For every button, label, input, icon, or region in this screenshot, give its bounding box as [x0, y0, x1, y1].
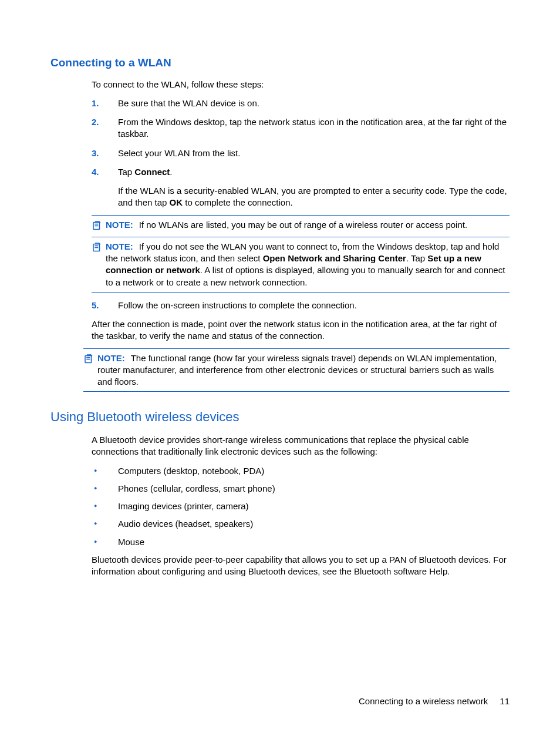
- note-block: NOTE:If you do not see the WLAN you want…: [92, 237, 510, 293]
- list-item: Audio devices (headset, speakers): [92, 518, 510, 530]
- bluetooth-after-text: Bluetooth devices provide peer-to-peer c…: [92, 554, 510, 578]
- note-content: NOTE:If you do not see the WLAN you want…: [106, 241, 510, 288]
- step-text: Follow the on-screen instructions to com…: [118, 300, 357, 310]
- step-item: 5. Follow the on-screen instructions to …: [92, 300, 510, 311]
- step-number: 2.: [92, 116, 99, 128]
- note-icon: [83, 353, 94, 367]
- step-item: 1. Be sure that the WLAN device is on.: [92, 98, 510, 109]
- step-text: Select your WLAN from the list.: [118, 148, 240, 158]
- step-item: 4. Tap Connect. If the WLAN is a securit…: [92, 166, 510, 293]
- note-content: NOTE:If no WLANs are listed, you may be …: [106, 219, 510, 231]
- note-block: NOTE:The functional range (how far your …: [83, 348, 510, 392]
- note-icon: [92, 241, 102, 255]
- step-subtext: If the WLAN is a security-enabled WLAN, …: [118, 185, 510, 209]
- wlan-intro: To connect to the WLAN, follow these ste…: [92, 79, 510, 90]
- note-icon: [92, 220, 102, 233]
- list-item: Phones (cellular, cordless, smart phone): [92, 483, 510, 495]
- page-number: 11: [500, 696, 510, 706]
- step-text: Tap Connect.: [118, 167, 173, 177]
- step-number: 1.: [92, 98, 99, 109]
- bluetooth-intro: A Bluetooth device provides short-range …: [92, 434, 510, 458]
- step-number: 3.: [92, 147, 99, 159]
- list-item: Imaging devices (printer, camera): [92, 500, 510, 512]
- step-number: 5.: [92, 300, 99, 311]
- wlan-steps-list: 1. Be sure that the WLAN device is on. 2…: [92, 98, 510, 311]
- step-text: From the Windows desktop, tap the networ…: [118, 117, 507, 139]
- bluetooth-list: Computers (desktop, notebook, PDA) Phone…: [92, 465, 510, 548]
- document-page: Connecting to a WLAN To connect to the W…: [0, 0, 560, 613]
- step-number: 4.: [92, 166, 99, 178]
- list-item: Computers (desktop, notebook, PDA): [92, 465, 510, 477]
- step-item: 2. From the Windows desktop, tap the net…: [92, 116, 510, 140]
- note-block: NOTE:If no WLANs are listed, you may be …: [92, 215, 510, 237]
- list-item: Mouse: [92, 536, 510, 548]
- heading-bluetooth: Using Bluetooth wireless devices: [50, 408, 510, 426]
- page-footer: Connecting to a wireless network 11: [359, 695, 510, 707]
- footer-section-title: Connecting to a wireless network: [359, 696, 488, 706]
- step-text: Be sure that the WLAN device is on.: [118, 98, 259, 108]
- note-content: NOTE:The functional range (how far your …: [97, 352, 510, 388]
- wlan-after-text: After the connection is made, point over…: [92, 318, 510, 342]
- heading-connecting-wlan: Connecting to a WLAN: [50, 55, 510, 70]
- step-item: 3. Select your WLAN from the list.: [92, 147, 510, 159]
